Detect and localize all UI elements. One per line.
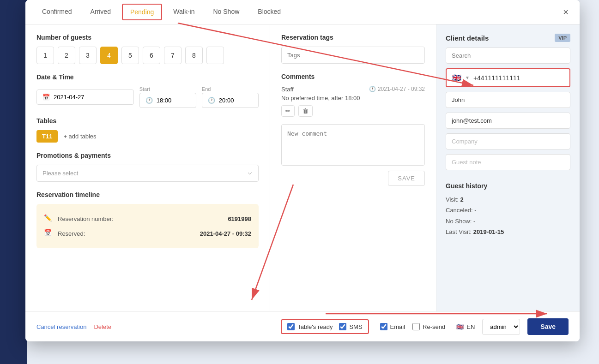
new-comment-textarea[interactable]: [281, 124, 425, 166]
phone-input[interactable]: [473, 74, 564, 82]
guest-btn-3[interactable]: 3: [79, 47, 97, 64]
timeline-section-title: Reservation timeline: [36, 191, 259, 198]
guest-section-title: Number of guests: [36, 34, 259, 41]
admin-select[interactable]: admin: [482, 319, 520, 335]
clock-icon-end: 🕐: [208, 97, 215, 104]
guest-btn-4[interactable]: 4: [100, 47, 118, 64]
email-checkbox[interactable]: [380, 323, 387, 330]
tables-ready-checkbox[interactable]: [287, 323, 295, 330]
guest-note-input[interactable]: [446, 154, 570, 170]
tables-row: T11 + add tables: [36, 130, 259, 143]
phone-field-highlighted[interactable]: 🇬🇧 ▼: [446, 68, 570, 87]
vip-badge: VIP: [555, 34, 570, 42]
email-label: Email: [390, 323, 405, 330]
tab-walkin[interactable]: Walk-in: [164, 0, 204, 24]
start-time-field[interactable]: 🕐 18:00: [139, 93, 196, 108]
reservation-modal: Confirmed Arrived Pending Walk-in No Sho…: [25, 0, 580, 341]
save-button[interactable]: Save: [527, 318, 569, 335]
modal-body: Number of guests 1 2 3 4 5 6 7 8 Date & …: [25, 24, 580, 311]
start-label: Start: [139, 86, 196, 92]
cancel-reservation-link[interactable]: Cancel reservation: [36, 323, 86, 330]
sms-checkbox[interactable]: [339, 323, 346, 330]
middle-panel: Reservation tags Comments Staff 🕐 2021-0…: [270, 24, 436, 311]
end-time-field[interactable]: 🕐 20:00: [202, 93, 259, 108]
left-panel: Number of guests 1 2 3 4 5 6 7 8 Date & …: [25, 24, 270, 311]
save-comment-button[interactable]: SAVE: [388, 171, 425, 186]
timeline-reserved-label: Reserved:: [58, 230, 195, 237]
tab-confirmed[interactable]: Confirmed: [33, 0, 81, 24]
tags-section-title: Reservation tags: [281, 34, 425, 41]
table-badge[interactable]: T11: [36, 130, 58, 143]
comments-section-title: Comments: [281, 73, 425, 80]
clock-icon: 🕐: [145, 97, 153, 104]
first-name-input[interactable]: [446, 92, 570, 108]
history-visit-label: Visit:: [446, 196, 459, 203]
guest-btn-5[interactable]: 5: [121, 47, 139, 64]
history-lastvisit-value: 2019-01-15: [473, 228, 504, 235]
timeline-row-number: ✏️ Reservation number: 6191998: [44, 211, 251, 226]
tables-ready-checkbox-item[interactable]: Table's ready: [287, 323, 333, 330]
date-field[interactable]: 📅 2021-04-27: [36, 90, 134, 105]
history-lastvisit-label: Last Visit:: [446, 228, 472, 235]
history-noshow-row: No Show: -: [446, 216, 570, 227]
guest-btn-6[interactable]: 6: [143, 47, 160, 64]
history-visit-row: Visit: 2: [446, 194, 570, 205]
history-canceled-value: -: [474, 207, 476, 214]
tags-input[interactable]: [281, 47, 425, 64]
guest-btn-8[interactable]: 8: [185, 47, 203, 64]
end-label: End: [202, 86, 259, 92]
add-tables-link[interactable]: + add tables: [63, 133, 96, 140]
datetime-row: 📅 2021-04-27 Start 🕐 18:00 End 🕐: [36, 86, 259, 108]
tables-ready-label: Table's ready: [297, 323, 333, 330]
right-panel: Client details VIP 🇬🇧 ▼ Guest history V: [436, 24, 580, 311]
client-header: Client details VIP: [446, 34, 570, 42]
history-canceled-label: Canceled:: [446, 207, 473, 214]
tab-arrived[interactable]: Arrived: [81, 0, 120, 24]
history-noshow-label: No Show:: [446, 218, 472, 225]
lang-code: EN: [466, 323, 475, 330]
resend-checkbox[interactable]: [412, 323, 420, 330]
email-input[interactable]: [446, 113, 570, 129]
client-title: Client details: [446, 34, 489, 42]
edit-comment-button[interactable]: ✏: [281, 105, 295, 117]
delete-comment-button[interactable]: 🗑: [298, 105, 313, 117]
timeline-number-label: Reservation number:: [58, 215, 223, 222]
footer-checkboxes: Table's ready SMS: [281, 319, 369, 334]
staff-label: Staff: [281, 86, 294, 93]
history-visit-value: 2: [460, 196, 464, 203]
edit-timeline-icon: ✏️: [44, 214, 53, 223]
phone-dropdown-icon[interactable]: ▼: [465, 75, 470, 80]
tab-blocked[interactable]: Blocked: [248, 0, 290, 24]
sms-checkbox-item[interactable]: SMS: [339, 323, 362, 330]
guest-btn-2[interactable]: 2: [58, 47, 75, 64]
guest-btn-extra[interactable]: [206, 47, 224, 64]
timeline-row-reserved: 📅 Reserved: 2021-04-27 - 09:32: [44, 226, 251, 241]
modal-footer: Cancel reservation Delete Table's ready …: [25, 311, 580, 341]
clock-comment-icon: 🕐: [369, 86, 376, 92]
history-canceled-row: Canceled: -: [446, 205, 570, 215]
lang-selector[interactable]: 🇬🇧 EN: [456, 323, 475, 330]
phone-flag-icon: 🇬🇧: [452, 73, 461, 82]
calendar-timeline-icon: 📅: [44, 229, 53, 238]
start-time-wrapper: Start 🕐 18:00: [139, 86, 196, 108]
comment-datetime: 2021-04-27 - 09:32: [378, 86, 425, 92]
email-checkbox-item[interactable]: Email: [380, 323, 405, 330]
client-search-input[interactable]: [446, 48, 570, 64]
guest-btn-1[interactable]: 1: [36, 47, 54, 64]
resend-checkbox-item[interactable]: Re-send: [412, 323, 445, 330]
delete-link[interactable]: Delete: [94, 323, 111, 330]
history-noshow-value: -: [473, 218, 475, 225]
resend-label: Re-send: [423, 323, 445, 330]
guest-btn-7[interactable]: 7: [164, 47, 182, 64]
close-button[interactable]: ×: [559, 3, 572, 21]
timeline-number-value: 6191998: [228, 215, 251, 222]
tab-noshow[interactable]: No Show: [204, 0, 249, 24]
guest-history-title: Guest history: [446, 182, 570, 190]
timeline-box: ✏️ Reservation number: 6191998 📅 Reserve…: [36, 204, 259, 248]
tab-pending[interactable]: Pending: [122, 4, 162, 20]
promo-select[interactable]: Please select: [36, 165, 259, 182]
comment-actions: ✏ 🗑: [281, 105, 425, 117]
company-input[interactable]: [446, 133, 570, 149]
end-time-value: 20:00: [219, 97, 234, 104]
start-time-value: 18:00: [157, 97, 172, 104]
